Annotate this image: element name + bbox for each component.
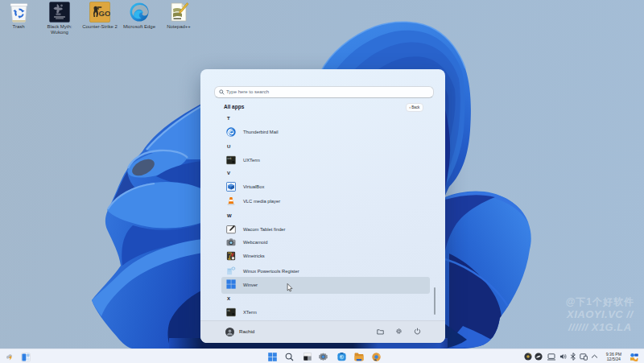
svg-text:GO: GO — [99, 9, 111, 18]
svg-text:ux$: ux$ — [227, 157, 231, 160]
svg-text:x$: x$ — [227, 309, 230, 312]
